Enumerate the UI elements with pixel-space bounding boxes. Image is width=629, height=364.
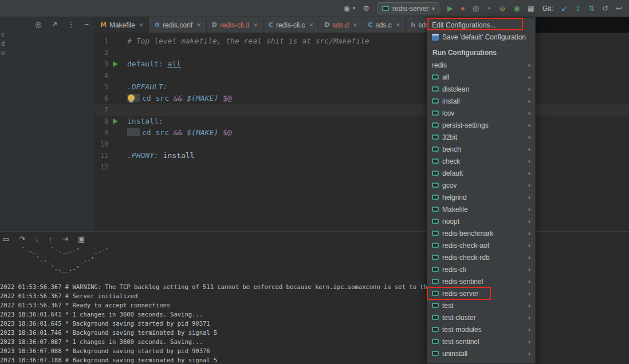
intention-bulb-icon[interactable] [128,94,135,101]
profiler-button[interactable]: ◔ [486,5,491,12]
menu-item-redis-benchmark[interactable]: redis-benchmark› [427,227,535,239]
run-line-icon[interactable] [113,118,118,124]
debug-button[interactable]: ● [461,5,465,12]
run-config-icon [432,195,439,200]
menu-item-makefile[interactable]: Makefile› [427,203,535,215]
menu-item-persist-settings[interactable]: persist-settings› [427,119,535,131]
h-file-icon: h [411,21,415,29]
soft-wrap-icon[interactable]: ↷ [19,235,25,243]
menu-item-gcov[interactable]: gcov› [427,179,535,191]
run-config-selector[interactable]: redis-server ▾ [378,2,439,14]
update-project-icon[interactable]: ↙ [561,5,567,12]
menu-item-uninstall[interactable]: uninstall› [427,347,535,359]
menu-item-all[interactable]: all› [427,71,535,83]
run-button[interactable]: ▶ [447,5,453,12]
menu-item-distclean[interactable]: distclean› [427,83,535,95]
run-configurations-menu: Edit Configurations...Save 'default' Con… [427,17,536,364]
submenu-arrow-icon: › [528,109,530,117]
users-caret-icon[interactable]: ▾ [353,6,356,11]
submenu-arrow-icon: › [528,85,530,93]
menu-item-install[interactable]: install› [427,95,535,107]
tool-windows-icon[interactable]: ▦ [528,5,534,12]
toolbar-run-group: ▶●◎◔☺◉▦ [447,5,534,12]
menu-item-32bit[interactable]: 32bit› [427,131,535,143]
menu-item-redis-check-aof[interactable]: redis-check-aof› [427,239,535,251]
tab-label: sds.d [332,21,349,29]
menu-item-test-cluster[interactable]: test-cluster› [427,311,535,323]
menu-item-redis[interactable]: redis› [427,59,535,71]
close-icon[interactable]: × [196,21,201,29]
close-icon[interactable]: × [353,21,357,29]
config-file-icon: ⚙ [154,21,160,29]
console-icon[interactable]: ▭ [2,235,9,243]
run-config-icon [432,231,439,236]
tab-label: sds.c [376,21,392,29]
submenu-arrow-icon: › [528,217,530,225]
tab-sds-c[interactable]: Csds.c× [363,17,406,33]
submenu-arrow-icon: › [528,181,530,189]
menu-item-test-modules[interactable]: test-modules› [427,323,535,335]
expand-panel-icon[interactable]: ↗ [52,21,58,28]
scroll-to-end-icon[interactable]: ⇥ [62,235,68,243]
run-line-icon[interactable] [113,61,118,67]
c-file-icon: C [368,21,373,29]
code-with-me-icon[interactable]: ☺ [498,5,506,12]
search-everywhere-icon[interactable]: ◉ [513,5,520,12]
menu-item-helgrind[interactable]: helgrind› [427,191,535,203]
code-text: .DEFAULT: [127,81,167,93]
submenu-arrow-icon: › [528,313,530,322]
menu-item-save-default-configuration[interactable]: Save 'default' Configuration [427,31,535,43]
run-config-icon [432,243,439,248]
next-occurrence-icon[interactable]: ↓ [35,235,39,243]
code-text: install: [127,116,163,127]
menu-item-redis-cli[interactable]: redis-cli› [427,263,535,275]
submenu-arrow-icon: › [528,241,530,250]
menu-item-default[interactable]: default› [427,167,535,179]
prev-occurrence-icon[interactable]: ↑ [49,235,53,243]
line-number: 12 [95,161,110,173]
editor-line: 2 [95,47,629,58]
users-icon[interactable]: ◉ [343,5,349,12]
clear-output-icon[interactable]: ▣ [78,235,85,243]
menu-item-edit-configurations[interactable]: Edit Configurations... [427,19,535,31]
menu-item-test[interactable]: test› [427,299,535,311]
tab-redis-conf[interactable]: ⚙redis.conf× [149,17,207,33]
code-text: cd src && $(MAKE) $@ [127,93,232,104]
editor[interactable]: 1# Top level makefile, the real shit is … [95,33,629,231]
menu-item-test-sentinel[interactable]: test-sentinel› [427,335,535,347]
menu-item-noopt[interactable]: noopt› [427,215,535,227]
run-config-icon [432,327,439,332]
tab-sds-d[interactable]: Dsds.d× [319,17,363,33]
run-config-icon [432,86,439,92]
rollback-icon[interactable]: ↩ [616,5,622,12]
commit-icon[interactable]: ⇅ [588,5,595,12]
push-icon[interactable]: ⇧ [575,5,581,12]
tab-label: redis-cli.c [276,21,305,29]
run-config-icon [432,98,439,104]
line-number: 2 [95,47,110,58]
menu-item-bench[interactable]: bench› [427,143,535,155]
locate-file-icon[interactable]: ◎ [35,21,41,28]
editor-line: 11.PHONY: install [95,150,629,161]
close-icon[interactable]: × [139,21,144,29]
git-label: Git: [542,5,553,13]
build-icon[interactable]: ⚙ [363,5,369,12]
tab-makefile[interactable]: MMakefile× [95,17,149,33]
menu-item-redis-check-rdb[interactable]: redis-check-rdb› [427,251,535,263]
menu-item-check[interactable]: check› [427,155,535,167]
panel-options-icon[interactable]: ⋮ [67,21,74,28]
menu-item-redis-sentinel[interactable]: redis-sentinel› [427,275,535,287]
close-icon[interactable]: × [396,21,400,29]
tab-redis-cli-d[interactable]: Dredis-cli.d× [207,17,264,33]
history-icon[interactable]: ↺ [602,5,608,12]
close-icon[interactable]: × [253,21,258,29]
hide-panel-icon[interactable]: − [84,21,89,28]
close-icon[interactable]: × [309,21,314,29]
coverage-button[interactable]: ◎ [473,5,479,12]
menu-item-lcov[interactable]: lcov› [427,107,535,119]
tab-redis-cli-c[interactable]: Credis-cli.c× [264,17,319,33]
menu-item-redis-server[interactable]: redis-server› [427,287,535,299]
editor-line: 6cd src && $(MAKE) $@ [95,93,629,104]
editor-line: 9cd src && $(MAKE) $@ [95,127,629,139]
submenu-arrow-icon: › [528,205,530,213]
